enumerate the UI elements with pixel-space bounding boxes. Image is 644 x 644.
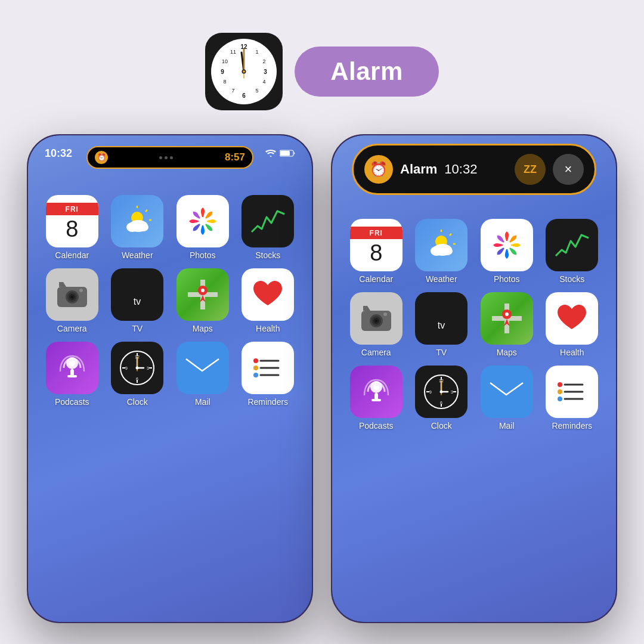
- svg-point-67: [442, 247, 453, 255]
- svg-text:9: 9: [125, 366, 128, 370]
- tv-label-1: TV: [132, 324, 143, 333]
- stocks-svg-1: [249, 205, 287, 238]
- reminders-svg-2: [553, 373, 592, 411]
- svg-point-27: [199, 217, 207, 225]
- photos-label-1: Photos: [190, 250, 216, 260]
- svg-text:3: 3: [147, 366, 149, 370]
- phone-1-screen: 10:32 ⏰ 8:57: [28, 135, 312, 622]
- clock-icon-2: 12 3 6 9: [415, 366, 467, 418]
- svg-point-26: [138, 223, 148, 231]
- phone-1-dynamic-island[interactable]: ⏰ 8:57: [86, 146, 253, 169]
- svg-text:9: 9: [221, 69, 224, 75]
- app-camera-1[interactable]: Camera: [42, 268, 102, 333]
- podcasts-icon-1: [46, 342, 98, 394]
- app-camera-2[interactable]: Camera: [346, 292, 406, 357]
- clock-face: 12 3 6 9 1 2 4 5 7 8 10 11: [211, 39, 277, 104]
- svg-point-38: [69, 360, 75, 366]
- wifi-icon: [265, 150, 276, 157]
- alarm-notification-time: 10:32: [444, 162, 477, 177]
- app-reminders-1[interactable]: Reminders: [239, 342, 298, 407]
- svg-line-22: [145, 210, 147, 212]
- app-weather-2[interactable]: Weather: [412, 219, 472, 284]
- svg-point-36: [201, 289, 205, 292]
- mail-svg-2: [487, 376, 526, 408]
- alarm-title-label: Alarm: [295, 47, 439, 97]
- podcasts-label-2: Podcasts: [359, 421, 394, 431]
- svg-text:6: 6: [242, 92, 246, 99]
- photos-label-2: Photos: [494, 274, 520, 284]
- pill-alarm-left: ⏰ Alarm 10:32: [364, 155, 477, 184]
- reminders-icon-2: [546, 366, 598, 418]
- svg-text:11: 11: [230, 49, 236, 55]
- close-button[interactable]: ×: [553, 154, 584, 185]
- app-clock-2[interactable]: 12 3 6 9 Clock: [412, 366, 472, 431]
- svg-point-32: [71, 296, 73, 298]
- maps-icon-2: [481, 292, 533, 345]
- app-podcasts-1[interactable]: Podcasts: [42, 342, 102, 407]
- clock-app-svg-2: 12 3 6 9: [420, 371, 462, 413]
- health-icon-2: [546, 292, 598, 345]
- alarm-notification-text: Alarm: [400, 162, 437, 177]
- app-weather-1[interactable]: Weather: [108, 195, 168, 260]
- svg-text:7: 7: [232, 88, 235, 94]
- app-stocks-1[interactable]: Stocks: [239, 195, 298, 260]
- app-calendar-2[interactable]: FRI 8 Calendar: [346, 219, 406, 284]
- svg-point-25: [126, 222, 138, 232]
- app-maps-2[interactable]: Maps: [477, 292, 537, 357]
- stocks-icon-2: [546, 219, 598, 271]
- app-clock-1[interactable]: 12 3 6 9 Clock: [108, 342, 168, 407]
- reminders-label-1: Reminders: [247, 397, 288, 407]
- app-photos-1[interactable]: Photos: [173, 195, 233, 260]
- svg-point-68: [503, 241, 511, 249]
- phone-1: 10:32 ⏰ 8:57: [27, 134, 313, 623]
- svg-point-94: [440, 391, 443, 394]
- pill-alarm-icon-1: ⏰: [95, 151, 108, 164]
- health-svg-1: [249, 277, 287, 312]
- phone-2-dynamic-island[interactable]: ⏰ Alarm 10:32 ZZ ×: [352, 144, 596, 195]
- svg-point-100: [558, 389, 562, 394]
- app-tv-1[interactable]: tv TV: [108, 268, 168, 333]
- phone-2-screen: ⏰ Alarm 10:32 ZZ × FRI: [332, 135, 616, 622]
- mail-svg-1: [183, 352, 222, 385]
- camera-svg-1: [54, 280, 90, 309]
- podcasts-svg-1: [54, 350, 90, 386]
- app-tv-2[interactable]: tv TV: [412, 292, 472, 357]
- podcasts-icon-2: [350, 366, 402, 418]
- app-stocks-2[interactable]: Stocks: [543, 219, 602, 284]
- svg-point-53: [136, 367, 139, 370]
- svg-text:3: 3: [451, 390, 453, 394]
- app-health-2[interactable]: Health: [543, 292, 602, 357]
- svg-rect-81: [371, 399, 381, 401]
- app-calendar-1[interactable]: FRI 8 Calendar: [42, 195, 102, 260]
- svg-point-59: [253, 366, 258, 370]
- app-podcasts-2[interactable]: Podcasts: [346, 366, 406, 431]
- app-maps-1[interactable]: Maps: [173, 268, 233, 333]
- camera-label-2: Camera: [361, 348, 391, 357]
- weather-svg-1: [119, 203, 155, 239]
- battery-icon: [280, 150, 295, 157]
- app-photos-2[interactable]: Photos: [477, 219, 537, 284]
- app-reminders-2[interactable]: Reminders: [543, 366, 602, 431]
- phone-1-app-grid: FRI 8 Calendar: [28, 183, 312, 407]
- svg-rect-95: [490, 382, 523, 404]
- svg-rect-54: [186, 358, 219, 380]
- stocks-svg-2: [553, 229, 592, 262]
- svg-text:3: 3: [264, 69, 267, 75]
- phones-container: 10:32 ⏰ 8:57: [27, 134, 617, 623]
- mail-icon-2: [481, 366, 533, 418]
- tv-icon-2: tv: [415, 292, 467, 345]
- svg-text:1: 1: [256, 49, 259, 55]
- app-mail-1[interactable]: Mail: [173, 342, 233, 407]
- snooze-button[interactable]: ZZ: [515, 154, 546, 185]
- health-label-2: Health: [560, 348, 584, 357]
- svg-text:6: 6: [440, 401, 442, 405]
- calendar-label-2: Calendar: [359, 274, 393, 284]
- svg-point-99: [558, 382, 562, 387]
- app-mail-2[interactable]: Mail: [477, 366, 537, 431]
- maps-svg-2: [486, 298, 528, 339]
- photos-icon-2: [481, 219, 533, 271]
- stocks-icon-1: [242, 195, 294, 247]
- phone-2-app-grid: FRI 8 Calendar: [332, 207, 616, 431]
- stocks-label-2: Stocks: [559, 274, 584, 284]
- app-health-1[interactable]: Health: [239, 268, 298, 333]
